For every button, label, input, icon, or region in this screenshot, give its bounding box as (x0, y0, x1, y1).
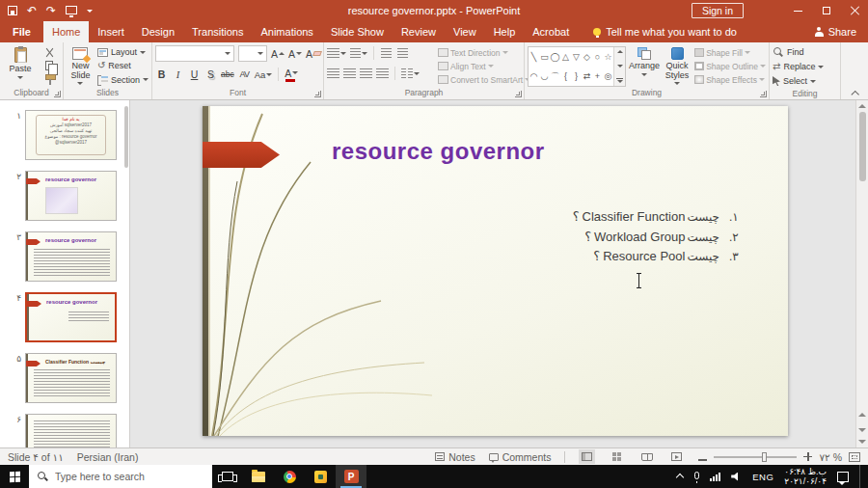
cut-button[interactable] (41, 46, 58, 59)
convert-to-smartart-button[interactable]: Convert to SmartArt (438, 73, 530, 86)
chrome-button[interactable] (274, 465, 305, 488)
scroll-up-icon[interactable] (617, 50, 623, 53)
start-button[interactable] (0, 465, 29, 488)
strikethrough-button[interactable]: abc (221, 67, 234, 82)
dialog-launcher-icon[interactable] (760, 91, 767, 97)
shape-icon[interactable]: ◠ (530, 71, 538, 81)
shape-effects-button[interactable]: Shape Effects (694, 73, 766, 86)
align-center-button[interactable] (343, 66, 356, 81)
tab-insert[interactable]: Insert (89, 21, 133, 42)
more-shapes-icon[interactable] (616, 78, 623, 83)
vertical-scrollbar[interactable] (855, 100, 868, 447)
scroll-down-icon[interactable] (617, 65, 623, 68)
scrollbar-thumb[interactable] (859, 112, 866, 181)
hidden-icons-chevron[interactable] (676, 473, 684, 480)
increase-indent-button[interactable] (396, 45, 409, 61)
slide-thumbnail-2[interactable]: resource governor (25, 171, 117, 221)
close-button[interactable] (840, 0, 868, 21)
font-name-select[interactable] (155, 45, 234, 62)
microphone-icon[interactable] (694, 472, 699, 479)
quick-styles-button[interactable]: Quick Styles (663, 45, 692, 87)
slide-sorter-button[interactable] (609, 449, 625, 464)
shape-fill-button[interactable]: Shape Fill (694, 46, 766, 59)
shape-icon[interactable]: } (575, 71, 578, 81)
reset-button[interactable]: ↺Reset (97, 59, 131, 72)
find-button[interactable]: Find (773, 45, 837, 59)
file-explorer-button[interactable] (243, 465, 274, 488)
align-right-button[interactable] (360, 66, 372, 81)
zoom-slider-thumb[interactable] (762, 452, 767, 462)
dialog-launcher-icon[interactable] (314, 91, 321, 97)
shrink-font-button[interactable]: A (288, 46, 302, 62)
slide-thumbnail-5[interactable]: Classifier Function چیست (25, 353, 117, 403)
shape-icon[interactable]: ⇄ (583, 71, 591, 81)
tab-design[interactable]: Design (133, 21, 183, 42)
numbering-button[interactable] (350, 45, 367, 61)
shape-icon[interactable]: ⌒ (551, 70, 559, 83)
align-left-button[interactable] (327, 66, 339, 81)
select-button[interactable]: Select (773, 74, 837, 88)
shapes-gallery-scrollbar[interactable] (613, 47, 625, 86)
thumbnail-scrollbar[interactable] (124, 106, 128, 168)
slide-editing-area[interactable]: resource governor ؟Classifier Functionچی… (203, 106, 788, 436)
tab-animations[interactable]: Animations (252, 21, 321, 42)
volume-icon[interactable] (731, 473, 742, 481)
text-shadow-button[interactable]: S (204, 67, 217, 82)
shape-icon[interactable]: ▭ (540, 52, 549, 62)
show-desktop-button[interactable] (859, 465, 863, 488)
zoom-level[interactable]: ۷۲ % (819, 451, 842, 463)
redo-icon[interactable]: ↷ (46, 5, 56, 16)
grow-font-button[interactable]: A (271, 46, 285, 62)
shape-icon[interactable]: ╲ (531, 52, 536, 62)
shape-icon[interactable]: ◎ (605, 71, 612, 81)
slide-thumbnail-6[interactable] (25, 414, 117, 447)
save-icon[interactable] (8, 6, 17, 15)
fit-slide-to-window-icon[interactable] (849, 452, 860, 462)
tell-me-box[interactable]: Tell me what you want to do (593, 21, 737, 42)
language-indicator[interactable]: Persian (Iran) (77, 451, 139, 463)
new-slide-button[interactable]: New Slide (67, 45, 95, 87)
share-button[interactable]: Share (815, 21, 868, 42)
normal-view-button[interactable] (579, 449, 595, 464)
shape-icon[interactable]: ☆ (604, 52, 611, 62)
start-slideshow-icon[interactable] (66, 6, 77, 14)
action-center-icon[interactable] (837, 472, 849, 482)
bold-button[interactable]: B (155, 67, 168, 82)
zoom-slider[interactable] (714, 456, 797, 458)
tab-transitions[interactable]: Transitions (183, 21, 252, 42)
arrange-button[interactable]: Arrange (629, 45, 660, 87)
reading-view-button[interactable] (638, 449, 655, 464)
tab-home[interactable]: Home (43, 21, 89, 42)
taskbar-search[interactable] (29, 465, 212, 488)
pinned-app-button[interactable] (305, 465, 336, 488)
slide-thumbnail-3[interactable]: resource governor (25, 231, 117, 282)
next-slide-button[interactable] (857, 424, 868, 436)
replace-button[interactable]: ⇄Replace (773, 60, 837, 73)
network-icon[interactable] (710, 473, 720, 481)
tab-file[interactable]: File (0, 21, 43, 42)
scroll-up-icon[interactable] (858, 104, 866, 108)
shape-icon[interactable]: ◡ (541, 71, 549, 81)
font-color-button[interactable]: A (285, 67, 298, 82)
clear-formatting-button[interactable]: A (306, 46, 321, 62)
slide-thumbnail-4[interactable]: resource governor (25, 292, 117, 342)
shape-icon[interactable]: { (564, 71, 567, 81)
clock[interactable]: ۰۶:۴۸ ب.ظ ۲۰۲۱/۰۶/۰۴ (784, 467, 827, 486)
zoom-out-button[interactable] (698, 451, 707, 463)
change-case-button[interactable]: Aa (255, 67, 273, 82)
section-button[interactable]: Section (97, 73, 149, 87)
undo-icon[interactable]: ↶ (27, 5, 37, 16)
search-input[interactable] (55, 471, 190, 482)
scroll-down-icon[interactable] (858, 440, 866, 444)
shape-icon[interactable]: ◇ (583, 52, 590, 62)
comments-button[interactable]: Comments (489, 451, 552, 463)
powerpoint-taskbar-button[interactable]: P (336, 465, 366, 488)
previous-slide-button[interactable] (857, 409, 868, 420)
tab-review[interactable]: Review (393, 21, 445, 42)
slideshow-view-button[interactable] (668, 449, 685, 464)
language-badge[interactable]: ENG (752, 472, 773, 482)
character-spacing-button[interactable]: AV (238, 67, 251, 82)
zoom-in-button[interactable] (803, 451, 812, 463)
tab-slide-show[interactable]: Slide Show (322, 21, 393, 42)
paste-button[interactable]: Paste (3, 45, 38, 87)
